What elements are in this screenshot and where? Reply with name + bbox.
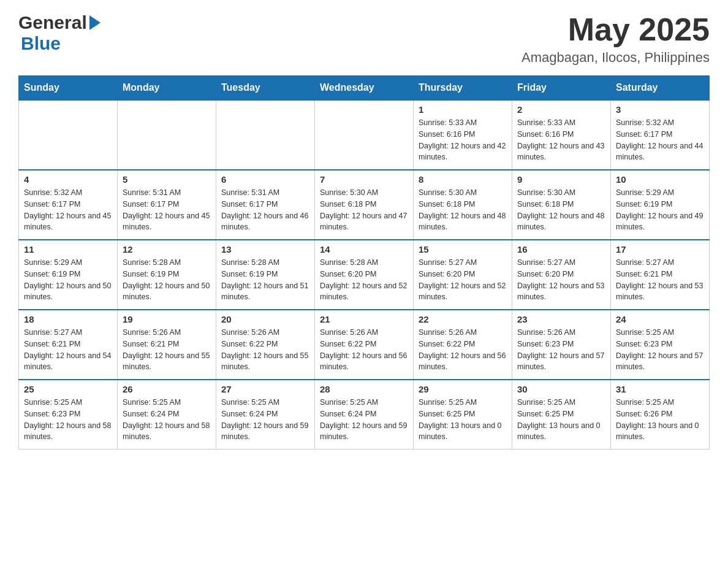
day-number: 12 (123, 244, 211, 255)
calendar-day: 2Sunrise: 5:33 AMSunset: 6:16 PMDaylight… (512, 100, 611, 170)
logo-arrow-icon (89, 15, 100, 30)
day-info: Sunrise: 5:31 AMSunset: 6:17 PMDaylight:… (123, 187, 211, 233)
day-number: 31 (616, 384, 704, 394)
day-number: 19 (123, 314, 211, 324)
day-info: Sunrise: 5:31 AMSunset: 6:17 PMDaylight:… (221, 187, 309, 233)
calendar-day: 28Sunrise: 5:25 AMSunset: 6:24 PMDayligh… (315, 380, 414, 450)
week-row-2: 4Sunrise: 5:32 AMSunset: 6:17 PMDaylight… (19, 170, 710, 240)
day-number: 9 (517, 174, 605, 185)
calendar-day: 8Sunrise: 5:30 AMSunset: 6:18 PMDaylight… (414, 170, 512, 240)
logo-general-text: General (18, 12, 87, 33)
day-number: 23 (517, 314, 605, 324)
day-info: Sunrise: 5:32 AMSunset: 6:17 PMDaylight:… (24, 187, 112, 233)
day-number: 17 (616, 244, 704, 255)
day-info: Sunrise: 5:29 AMSunset: 6:19 PMDaylight:… (24, 257, 112, 303)
calendar-day: 7Sunrise: 5:30 AMSunset: 6:18 PMDaylight… (315, 170, 414, 240)
day-info: Sunrise: 5:28 AMSunset: 6:19 PMDaylight:… (221, 257, 309, 303)
calendar-day: 30Sunrise: 5:25 AMSunset: 6:25 PMDayligh… (512, 380, 611, 450)
calendar-day: 12Sunrise: 5:28 AMSunset: 6:19 PMDayligh… (118, 240, 216, 310)
weekday-header-wednesday: Wednesday (315, 76, 414, 101)
day-info: Sunrise: 5:27 AMSunset: 6:20 PMDaylight:… (419, 257, 507, 303)
calendar-day: 18Sunrise: 5:27 AMSunset: 6:21 PMDayligh… (19, 310, 118, 380)
weekday-header-thursday: Thursday (414, 76, 512, 101)
calendar-day: 23Sunrise: 5:26 AMSunset: 6:23 PMDayligh… (512, 310, 611, 380)
calendar-day: 21Sunrise: 5:26 AMSunset: 6:22 PMDayligh… (315, 310, 414, 380)
calendar-day: 1Sunrise: 5:33 AMSunset: 6:16 PMDaylight… (414, 100, 512, 170)
day-number: 25 (24, 384, 112, 394)
day-info: Sunrise: 5:26 AMSunset: 6:23 PMDaylight:… (517, 327, 605, 373)
day-number: 28 (320, 384, 408, 394)
day-number: 29 (419, 384, 507, 394)
calendar-day: 5Sunrise: 5:31 AMSunset: 6:17 PMDaylight… (118, 170, 216, 240)
weekday-header-saturday: Saturday (611, 76, 710, 101)
calendar-day: 15Sunrise: 5:27 AMSunset: 6:20 PMDayligh… (414, 240, 512, 310)
day-info: Sunrise: 5:28 AMSunset: 6:19 PMDaylight:… (123, 257, 211, 303)
day-number: 10 (616, 174, 704, 185)
calendar-day: 27Sunrise: 5:25 AMSunset: 6:24 PMDayligh… (216, 380, 315, 450)
calendar-day: 29Sunrise: 5:25 AMSunset: 6:25 PMDayligh… (414, 380, 512, 450)
day-info: Sunrise: 5:29 AMSunset: 6:19 PMDaylight:… (616, 187, 704, 233)
day-number: 8 (419, 174, 507, 185)
day-number: 3 (616, 104, 704, 115)
day-info: Sunrise: 5:25 AMSunset: 6:23 PMDaylight:… (24, 397, 112, 443)
calendar-day: 3Sunrise: 5:32 AMSunset: 6:17 PMDaylight… (611, 100, 710, 170)
week-row-5: 25Sunrise: 5:25 AMSunset: 6:23 PMDayligh… (19, 380, 710, 450)
calendar-day: 20Sunrise: 5:26 AMSunset: 6:22 PMDayligh… (216, 310, 315, 380)
page-header: General Blue May 2025 Amagbagan, Ilocos,… (18, 12, 710, 66)
day-number: 24 (616, 314, 704, 324)
calendar-day: 13Sunrise: 5:28 AMSunset: 6:19 PMDayligh… (216, 240, 315, 310)
day-info: Sunrise: 5:28 AMSunset: 6:20 PMDaylight:… (320, 257, 408, 303)
weekday-header-row: SundayMondayTuesdayWednesdayThursdayFrid… (19, 76, 710, 101)
day-info: Sunrise: 5:25 AMSunset: 6:26 PMDaylight:… (616, 397, 704, 443)
logo-blue-text: Blue (21, 33, 61, 54)
day-info: Sunrise: 5:26 AMSunset: 6:22 PMDaylight:… (419, 327, 507, 373)
day-info: Sunrise: 5:33 AMSunset: 6:16 PMDaylight:… (517, 117, 605, 163)
calendar-day: 14Sunrise: 5:28 AMSunset: 6:20 PMDayligh… (315, 240, 414, 310)
day-info: Sunrise: 5:25 AMSunset: 6:25 PMDaylight:… (419, 397, 507, 443)
location-title: Amagbagan, Ilocos, Philippines (521, 50, 710, 66)
week-row-1: 1Sunrise: 5:33 AMSunset: 6:16 PMDaylight… (19, 100, 710, 170)
title-section: May 2025 Amagbagan, Ilocos, Philippines (521, 12, 710, 66)
day-number: 13 (221, 244, 309, 255)
day-number: 4 (24, 174, 112, 185)
day-number: 26 (123, 384, 211, 394)
day-info: Sunrise: 5:25 AMSunset: 6:23 PMDaylight:… (616, 327, 704, 373)
day-number: 21 (320, 314, 408, 324)
calendar-day (216, 100, 315, 170)
day-number: 11 (24, 244, 112, 255)
day-number: 2 (517, 104, 605, 115)
day-info: Sunrise: 5:27 AMSunset: 6:21 PMDaylight:… (616, 257, 704, 303)
day-number: 5 (123, 174, 211, 185)
calendar-day: 24Sunrise: 5:25 AMSunset: 6:23 PMDayligh… (611, 310, 710, 380)
calendar-day: 17Sunrise: 5:27 AMSunset: 6:21 PMDayligh… (611, 240, 710, 310)
week-row-3: 11Sunrise: 5:29 AMSunset: 6:19 PMDayligh… (19, 240, 710, 310)
day-info: Sunrise: 5:27 AMSunset: 6:20 PMDaylight:… (517, 257, 605, 303)
weekday-header-monday: Monday (118, 76, 216, 101)
day-number: 6 (221, 174, 309, 185)
calendar-table: SundayMondayTuesdayWednesdayThursdayFrid… (18, 75, 710, 450)
day-info: Sunrise: 5:25 AMSunset: 6:24 PMDaylight:… (320, 397, 408, 443)
calendar-day: 22Sunrise: 5:26 AMSunset: 6:22 PMDayligh… (414, 310, 512, 380)
calendar-day: 31Sunrise: 5:25 AMSunset: 6:26 PMDayligh… (611, 380, 710, 450)
day-number: 20 (221, 314, 309, 324)
day-number: 30 (517, 384, 605, 394)
calendar-day: 10Sunrise: 5:29 AMSunset: 6:19 PMDayligh… (611, 170, 710, 240)
day-info: Sunrise: 5:26 AMSunset: 6:21 PMDaylight:… (123, 327, 211, 373)
day-info: Sunrise: 5:30 AMSunset: 6:18 PMDaylight:… (517, 187, 605, 233)
calendar-day: 11Sunrise: 5:29 AMSunset: 6:19 PMDayligh… (19, 240, 118, 310)
day-info: Sunrise: 5:26 AMSunset: 6:22 PMDaylight:… (320, 327, 408, 373)
day-number: 14 (320, 244, 408, 255)
day-number: 18 (24, 314, 112, 324)
day-info: Sunrise: 5:25 AMSunset: 6:24 PMDaylight:… (123, 397, 211, 443)
day-info: Sunrise: 5:30 AMSunset: 6:18 PMDaylight:… (419, 187, 507, 233)
day-info: Sunrise: 5:25 AMSunset: 6:25 PMDaylight:… (517, 397, 605, 443)
day-number: 27 (221, 384, 309, 394)
calendar-day (118, 100, 216, 170)
day-number: 16 (517, 244, 605, 255)
day-number: 15 (419, 244, 507, 255)
calendar-day: 9Sunrise: 5:30 AMSunset: 6:18 PMDaylight… (512, 170, 611, 240)
weekday-header-sunday: Sunday (19, 76, 118, 101)
calendar-day: 26Sunrise: 5:25 AMSunset: 6:24 PMDayligh… (118, 380, 216, 450)
day-number: 1 (419, 104, 507, 115)
day-info: Sunrise: 5:33 AMSunset: 6:16 PMDaylight:… (419, 117, 507, 163)
